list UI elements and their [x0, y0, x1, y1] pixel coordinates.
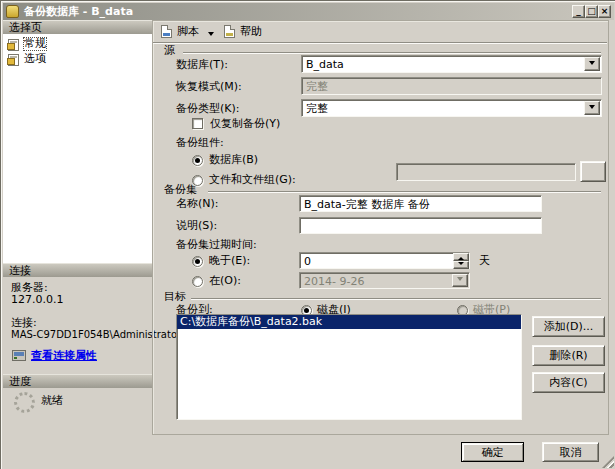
browse-filegroups-button — [580, 161, 606, 182]
backup-set-group-line — [208, 191, 601, 193]
remove-button[interactable]: 删除(R) — [532, 345, 605, 366]
expire-date-dropdown-button — [452, 274, 468, 287]
expire-after-label: 晚于(E): — [209, 255, 250, 267]
backup-type-dropdown-button[interactable] — [584, 101, 600, 115]
backup-file-item[interactable]: C:\数据库备份\B_data2.bak — [177, 315, 521, 329]
add-button[interactable]: 添加(D)... — [532, 316, 605, 337]
source-group-line — [183, 52, 601, 54]
contents-button[interactable]: 内容(C) — [532, 372, 605, 393]
progress-spinner-icon — [14, 392, 35, 413]
expire-days-updown[interactable] — [453, 253, 469, 268]
toolbar — [153, 21, 607, 43]
days-unit-label: 天 — [479, 255, 490, 267]
expire-date-picker: 2014- 9-26 — [299, 272, 470, 289]
cancel-button[interactable]: 取消 — [542, 442, 599, 462]
database-icon — [6, 5, 19, 18]
component-database-label: 数据库(B) — [209, 154, 258, 166]
copy-only-label: 仅复制备份(Y) — [210, 118, 280, 130]
source-group-label: 源 — [164, 45, 175, 57]
sidebar-item-general[interactable]: 常规 — [24, 38, 46, 50]
recovery-model-label: 恢复模式(M): — [176, 81, 242, 93]
backup-database-dialog: 备份数据库 - B_data _ □ × 选择页 常规 选项 连接 服务器: 1… — [0, 0, 615, 469]
expire-on-label: 在(O): — [209, 275, 241, 287]
connection-header: 连接 — [3, 263, 152, 277]
sidebar-item-options[interactable]: 选项 — [24, 53, 46, 65]
backup-component-label: 备份组件: — [176, 137, 224, 149]
destination-group-label: 目标 — [164, 291, 186, 303]
expire-days-spinner[interactable]: 0 — [299, 252, 470, 269]
page-tree — [3, 34, 152, 263]
help-button[interactable]: 帮助 — [240, 26, 262, 38]
ok-button[interactable]: 确定 — [461, 442, 524, 462]
copy-only-checkbox[interactable] — [192, 118, 203, 129]
backup-type-combobox[interactable]: 完整 — [301, 99, 602, 117]
description-label: 说明(S): — [176, 220, 217, 232]
description-input[interactable] — [299, 217, 542, 234]
maximize-button[interactable]: □ — [585, 5, 598, 18]
backup-type-label: 备份类型(K): — [176, 103, 240, 115]
database-dropdown-button[interactable] — [584, 57, 600, 71]
connection-label: 连接: — [11, 317, 37, 329]
script-button[interactable]: 脚本 — [177, 26, 199, 38]
resize-grip[interactable] — [602, 456, 614, 468]
component-files-label: 文件和文件组(G): — [209, 174, 296, 186]
destination-group-line — [191, 298, 601, 300]
spin-down-icon[interactable] — [453, 261, 469, 269]
script-dropdown-caret-icon[interactable] — [208, 32, 214, 39]
filegroups-field — [396, 163, 576, 181]
progress-status: 就绪 — [41, 395, 63, 407]
progress-header: 进度 — [3, 374, 152, 388]
title-bar[interactable]: 备份数据库 - B_data — [3, 3, 614, 20]
component-database-radio[interactable] — [192, 155, 203, 166]
general-page-icon — [8, 39, 19, 51]
view-connection-properties-link[interactable]: 查看连接属性 — [31, 350, 97, 362]
server-value: 127.0.0.1 — [11, 294, 63, 306]
minimize-button[interactable]: _ — [572, 5, 585, 18]
connection-properties-icon — [12, 350, 26, 361]
select-page-header: 选择页 — [3, 20, 152, 34]
name-label: 名称(N): — [176, 198, 219, 210]
options-page-icon — [8, 54, 19, 66]
database-label: 数据库(T): — [176, 59, 228, 71]
script-icon — [161, 25, 172, 38]
expire-on-radio[interactable] — [192, 276, 203, 287]
help-icon — [224, 25, 235, 38]
backup-file-listbox[interactable]: C:\数据库备份\B_data2.bak — [176, 314, 522, 420]
backup-set-group-label: 备份集 — [164, 184, 197, 196]
spin-up-icon[interactable] — [453, 253, 469, 261]
name-input[interactable]: B_data-完整 数据库 备份 — [299, 195, 542, 212]
expire-label: 备份集过期时间: — [176, 239, 257, 251]
recovery-model-field: 完整 — [301, 77, 602, 95]
expire-after-radio[interactable] — [192, 256, 203, 267]
database-combobox[interactable]: B_data — [301, 55, 602, 73]
close-button[interactable]: × — [598, 5, 611, 18]
window-title: 备份数据库 - B_data — [24, 4, 133, 19]
